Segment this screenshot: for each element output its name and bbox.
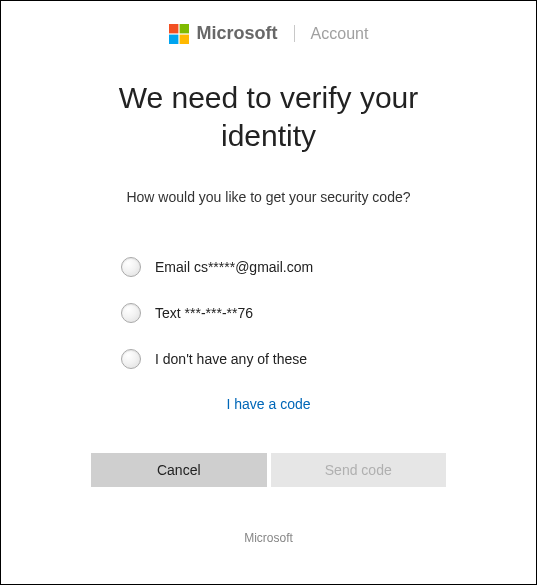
header-divider	[294, 25, 295, 42]
cancel-button[interactable]: Cancel	[91, 453, 267, 487]
have-code-link[interactable]: I have a code	[226, 396, 310, 412]
footer-text: Microsoft	[1, 531, 536, 545]
svg-rect-1	[179, 24, 188, 33]
page-title: We need to verify your identity	[1, 54, 536, 174]
option-label: Email cs*****@gmail.com	[155, 259, 313, 275]
svg-rect-2	[169, 34, 178, 43]
radio-icon[interactable]	[121, 303, 141, 323]
brand-text: Microsoft	[197, 23, 278, 44]
svg-rect-3	[179, 34, 188, 43]
option-none[interactable]: I don't have any of these	[121, 349, 536, 369]
subbrand-text: Account	[311, 25, 369, 43]
send-code-button: Send code	[271, 453, 447, 487]
microsoft-logo-icon	[169, 24, 189, 44]
alt-link-row: I have a code	[1, 395, 536, 413]
verification-options: Email cs*****@gmail.com Text ***-***-**7…	[1, 213, 536, 369]
radio-icon[interactable]	[121, 257, 141, 277]
page-subtitle: How would you like to get your security …	[1, 189, 536, 205]
header: Microsoft Account	[1, 1, 536, 54]
option-text[interactable]: Text ***-***-**76	[121, 303, 536, 323]
option-label: I don't have any of these	[155, 351, 307, 367]
button-row: Cancel Send code	[1, 453, 536, 487]
svg-rect-0	[169, 24, 178, 33]
option-label: Text ***-***-**76	[155, 305, 253, 321]
radio-icon[interactable]	[121, 349, 141, 369]
option-email[interactable]: Email cs*****@gmail.com	[121, 257, 536, 277]
